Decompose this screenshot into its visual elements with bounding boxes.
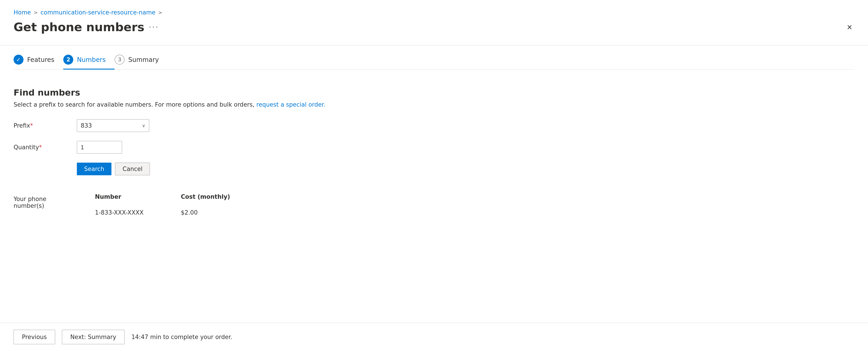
more-options-button[interactable]: ···: [149, 23, 159, 32]
step-3-label: Summary: [128, 56, 159, 63]
find-numbers-title: Find numbers: [13, 88, 855, 98]
phone-numbers-table: Number Cost (monthly) 1-833-XXX-XXXX $2.…: [95, 193, 855, 220]
phone-numbers-section: Your phone number(s) Number Cost (monthl…: [13, 193, 855, 220]
breadcrumb-home[interactable]: Home: [13, 9, 31, 16]
step-features[interactable]: ✓ Features: [13, 50, 63, 69]
phone-numbers-label: Your phone number(s): [13, 193, 77, 220]
page-header: Get phone numbers ··· ×: [13, 20, 855, 34]
column-cost-header: Cost (monthly): [181, 193, 240, 200]
step-summary[interactable]: 3 Summary: [115, 50, 168, 69]
main-content: Find numbers Select a prefix to search f…: [13, 81, 855, 351]
quantity-form-group: Quantity*: [13, 141, 855, 154]
step-numbers[interactable]: 2 Numbers: [63, 50, 115, 69]
close-button[interactable]: ×: [845, 20, 855, 34]
breadcrumb-separator-2: >: [158, 10, 162, 15]
breadcrumb-resource[interactable]: communication-service-resource-name: [40, 9, 156, 16]
prefix-form-group: Prefix* 833 ∨: [13, 119, 855, 132]
prefix-label: Prefix*: [13, 122, 77, 129]
phone-number-value: 1-833-XXX-XXXX: [95, 209, 154, 216]
table-row: 1-833-XXX-XXXX $2.00: [95, 205, 855, 220]
search-button-group: Search Cancel: [77, 163, 855, 175]
breadcrumb: Home > communication-service-resource-na…: [13, 9, 855, 16]
bottom-bar: Previous Next: Summary 14:47 min to comp…: [0, 323, 868, 351]
request-special-order-link[interactable]: request a special order.: [256, 101, 326, 108]
prefix-value: 833: [81, 122, 92, 129]
phone-cost-value: $2.00: [181, 209, 240, 216]
page-title: Get phone numbers: [13, 20, 145, 34]
time-note: 14:47 min to complete your order.: [131, 333, 232, 340]
table-header: Number Cost (monthly): [95, 193, 855, 200]
step-1-circle: ✓: [13, 55, 24, 65]
step-3-circle: 3: [115, 55, 125, 65]
quantity-label: Quantity*: [13, 144, 77, 151]
steps-container: ✓ Features 2 Numbers 3 Summary: [13, 45, 855, 70]
step-2-label: Numbers: [77, 56, 105, 63]
step-1-label: Features: [27, 56, 54, 63]
breadcrumb-separator-1: >: [34, 10, 38, 15]
step-2-circle: 2: [63, 55, 73, 65]
previous-button[interactable]: Previous: [13, 330, 55, 344]
column-number-header: Number: [95, 193, 154, 200]
quantity-input[interactable]: [77, 141, 122, 154]
chevron-down-icon: ∨: [142, 123, 145, 128]
next-summary-button[interactable]: Next: Summary: [62, 330, 125, 344]
find-numbers-description: Select a prefix to search for available …: [13, 101, 855, 108]
search-button[interactable]: Search: [77, 163, 112, 175]
prefix-dropdown[interactable]: 833 ∨: [77, 119, 149, 132]
cancel-button[interactable]: Cancel: [115, 163, 150, 175]
description-text-before: Select a prefix to search for available …: [13, 101, 254, 108]
